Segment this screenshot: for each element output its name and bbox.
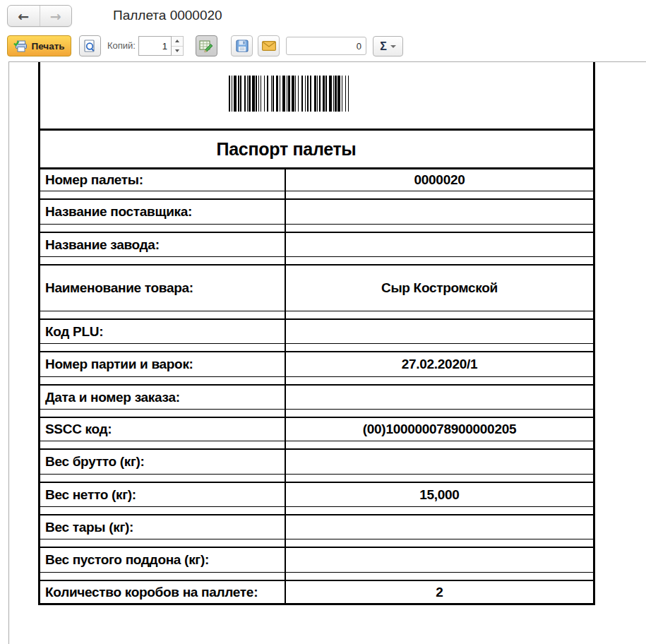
passport-rows: Номер палеты:0000020Название поставщика:… xyxy=(40,169,593,603)
preview-button[interactable] xyxy=(79,35,101,56)
forward-arrow-icon: → xyxy=(50,8,61,24)
navigation-buttons: ← → xyxy=(7,5,72,27)
spin-down-button[interactable] xyxy=(172,47,183,56)
row-spacer xyxy=(40,506,593,515)
row-label: Название поставщика: xyxy=(40,200,286,224)
barcode-row xyxy=(40,62,593,131)
row-spacer xyxy=(40,376,593,386)
row-label: Вес нетто (кг): xyxy=(40,483,286,506)
forward-button[interactable]: → xyxy=(40,6,72,26)
table-edit-pencil-icon xyxy=(199,40,214,53)
print-button-label: Печать xyxy=(31,41,64,52)
spin-up-button[interactable] xyxy=(172,37,183,47)
document-header-row: Паспорт палеты xyxy=(40,131,593,169)
pallet-passport-sheet: Паспорт палеты Номер палеты:0000020Назва… xyxy=(38,62,595,605)
row-label: Вес тары (кг): xyxy=(40,515,286,539)
passport-row: Дата и номер заказа: xyxy=(40,386,593,409)
copies-label: Копий: xyxy=(107,40,136,51)
row-spacer xyxy=(40,539,593,548)
row-label: Наименование товара: xyxy=(40,266,286,311)
passport-row: Название поставщика: xyxy=(40,200,593,224)
passport-row: Номер партии и варок:27.02.2020/1 xyxy=(40,352,593,376)
passport-row: Вес тары (кг): xyxy=(40,515,593,539)
print-button[interactable]: Печать xyxy=(7,35,71,56)
row-spacer xyxy=(40,474,593,483)
copies-input[interactable] xyxy=(138,36,172,56)
row-label: Название завода: xyxy=(40,233,286,256)
row-spacer xyxy=(40,191,593,200)
row-spacer xyxy=(40,224,593,233)
row-value: 15,000 xyxy=(286,483,593,506)
print-preview-area[interactable]: Паспорт палеты Номер палеты:0000020Назва… xyxy=(8,61,646,644)
passport-row: Вес нетто (кг):15,000 xyxy=(40,483,593,506)
row-label: SSCC код: xyxy=(40,418,286,441)
email-button[interactable] xyxy=(258,35,280,56)
document-title: Паспорт палеты xyxy=(217,139,357,160)
row-spacer xyxy=(40,256,593,266)
row-value: (00)100000078900000205 xyxy=(286,418,593,441)
passport-row: Код PLU: xyxy=(40,320,593,343)
print-preview-icon xyxy=(84,40,96,53)
dropdown-caret-icon xyxy=(390,45,396,48)
passport-row: Название завода: xyxy=(40,233,593,256)
pallet-barcode xyxy=(229,76,349,112)
row-value xyxy=(286,548,593,572)
row-value xyxy=(286,386,593,409)
copies-spinner xyxy=(138,36,184,56)
page-title: Паллета 0000020 xyxy=(113,8,222,23)
edit-table-button[interactable] xyxy=(196,35,217,56)
back-arrow-icon: ← xyxy=(18,8,29,24)
row-value: 2 xyxy=(286,581,593,603)
passport-row: Наименование товара:Сыр Костромской xyxy=(40,266,593,311)
passport-row: Вес пустого поддона (кг): xyxy=(40,548,593,572)
printer-icon xyxy=(13,40,28,52)
row-spacer xyxy=(40,441,593,450)
sum-button[interactable]: Σ xyxy=(373,36,403,56)
back-button[interactable]: ← xyxy=(8,6,40,26)
row-value xyxy=(286,450,593,474)
passport-row: Количество коробов на паллете:2 xyxy=(40,581,593,603)
row-label: Вес пустого поддона (кг): xyxy=(40,548,286,572)
floppy-disk-icon xyxy=(236,40,249,52)
row-value xyxy=(286,515,593,539)
passport-row: Вес брутто (кг): xyxy=(40,450,593,474)
passport-row: SSCC код:(00)100000078900000205 xyxy=(40,418,593,441)
toolbar: Печать Копий: xyxy=(0,31,646,61)
envelope-icon xyxy=(262,41,276,51)
spinner-buttons xyxy=(172,36,184,56)
row-spacer xyxy=(40,343,593,352)
row-label: Вес брутто (кг): xyxy=(40,450,286,474)
row-value xyxy=(286,320,593,343)
row-value: 27.02.2020/1 xyxy=(286,352,593,376)
row-label: Количество коробов на паллете: xyxy=(40,581,286,603)
row-value xyxy=(286,233,593,256)
row-label: Дата и номер заказа: xyxy=(40,386,286,409)
row-value: 0000020 xyxy=(286,169,593,191)
row-label: Код PLU: xyxy=(40,320,286,343)
title-bar: ← → Паллета 0000020 xyxy=(0,0,646,31)
row-value: Сыр Костромской xyxy=(286,266,593,311)
passport-row: Номер палеты:0000020 xyxy=(40,169,593,191)
row-spacer xyxy=(40,311,593,320)
sum-field[interactable] xyxy=(286,37,366,55)
row-label: Номер палеты: xyxy=(40,169,286,191)
row-value xyxy=(286,200,593,224)
sigma-icon: Σ xyxy=(380,40,387,53)
row-label: Номер партии и варок: xyxy=(40,352,286,376)
row-spacer xyxy=(40,572,593,581)
row-spacer xyxy=(40,409,593,418)
save-button[interactable] xyxy=(231,35,253,56)
